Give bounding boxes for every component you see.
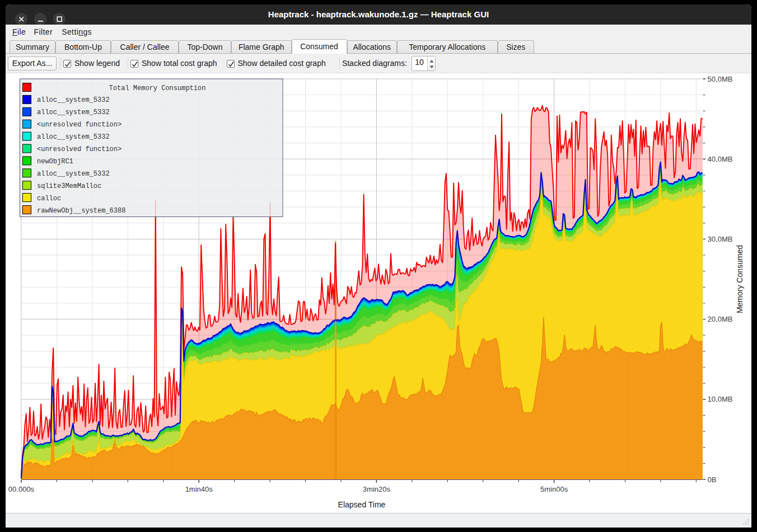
svg-text:alloc__system_5332: alloc__system_5332 bbox=[37, 170, 110, 178]
svg-text:40,0MB: 40,0MB bbox=[708, 155, 733, 163]
svg-text:Total Memory Consumption: Total Memory Consumption bbox=[109, 84, 206, 92]
svg-text:50,0MB: 50,0MB bbox=[708, 75, 733, 83]
svg-text:0B: 0B bbox=[708, 475, 717, 484]
svg-text:30,0MB: 30,0MB bbox=[708, 235, 733, 243]
svg-text:Memory Consumed: Memory Consumed bbox=[735, 245, 744, 313]
svg-text:Elapsed Time: Elapsed Time bbox=[338, 500, 386, 509]
svg-text:alloc__system_5332: alloc__system_5332 bbox=[37, 96, 110, 104]
svg-text:<unresolved function>: <unresolved function> bbox=[37, 145, 122, 153]
svg-text:00.000s: 00.000s bbox=[8, 485, 35, 493]
svg-text:3min20s: 3min20s bbox=[363, 485, 391, 493]
svg-text:1min40s: 1min40s bbox=[185, 485, 213, 493]
svg-text:20,0MB: 20,0MB bbox=[708, 315, 733, 323]
svg-text:alloc__system_5332: alloc__system_5332 bbox=[37, 109, 110, 116]
svg-text:10,0MB: 10,0MB bbox=[708, 395, 733, 403]
svg-text:calloc: calloc bbox=[37, 195, 61, 203]
svg-text:rawNewObj__system_6388: rawNewObj__system_6388 bbox=[37, 207, 125, 215]
svg-text:sqlite3MemMalloc: sqlite3MemMalloc bbox=[37, 182, 101, 190]
svg-text:5min00s: 5min00s bbox=[540, 485, 568, 493]
svg-text:newObjRC1: newObjRC1 bbox=[37, 158, 73, 166]
svg-text:<unresolved function>: <unresolved function> bbox=[37, 121, 122, 129]
svg-text:alloc__system_5332: alloc__system_5332 bbox=[37, 133, 110, 141]
